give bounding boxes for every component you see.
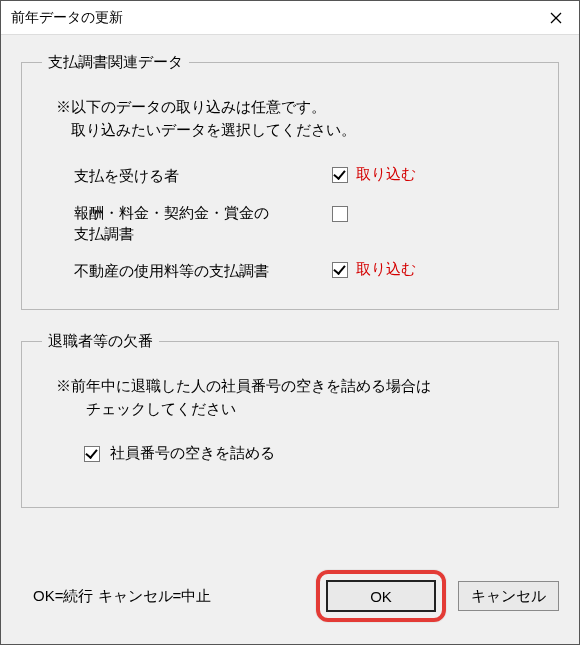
group-payment-report: 支払調書関連データ ※以下のデータの取り込みは任意です。 取り込みたいデータを選… [21, 53, 559, 310]
group-legend: 支払調書関連データ [42, 53, 189, 72]
close-button[interactable] [533, 2, 579, 34]
group1-note: ※以下のデータの取り込みは任意です。 取り込みたいデータを選択してください。 [56, 96, 538, 141]
dialog-window: 前年データの更新 支払調書関連データ ※以下のデータの取り込みは任意です。 取り… [0, 0, 580, 645]
close-icon [550, 12, 562, 24]
ok-button[interactable]: OK [326, 580, 436, 612]
option-payee: 支払を受ける者 取り込む [74, 165, 538, 186]
titlebar: 前年データの更新 [1, 1, 579, 35]
option-fillgap-label: 社員番号の空きを詰める [110, 444, 275, 463]
option-reward-label: 報酬・料金・契約金・賞金の 支払調書 [74, 202, 332, 244]
option-payee-label: 支払を受ける者 [74, 165, 332, 186]
option-reward-checkbox[interactable] [332, 206, 348, 222]
option-fillgap-checkbox[interactable] [84, 446, 100, 462]
cancel-button[interactable]: キャンセル [458, 581, 559, 611]
option-payee-checkbox[interactable] [332, 167, 348, 183]
group2-legend: 退職者等の欠番 [42, 332, 159, 351]
group-retiree-gap: 退職者等の欠番 ※前年中に退職した人の社員番号の空きを詰める場合は チェックして… [21, 332, 559, 508]
group2-note: ※前年中に退職した人の社員番号の空きを詰める場合は チェックしてください [56, 375, 538, 420]
option-realestate-checkbox[interactable] [332, 262, 348, 278]
option-reward: 報酬・料金・契約金・賞金の 支払調書 [74, 202, 538, 244]
footer-buttons: OK キャンセル [316, 570, 559, 622]
option-realestate-label: 不動産の使用料等の支払調書 [74, 260, 332, 281]
client-area: 支払調書関連データ ※以下のデータの取り込みは任意です。 取り込みたいデータを選… [1, 35, 579, 644]
option-payee-import-label: 取り込む [356, 165, 416, 184]
option-realestate: 不動産の使用料等の支払調書 取り込む [74, 260, 538, 281]
footer: OK=続行 キャンセル=中止 OK キャンセル [21, 564, 559, 630]
window-title: 前年データの更新 [11, 9, 123, 27]
footer-hint: OK=続行 キャンセル=中止 [33, 587, 211, 606]
ok-highlight: OK [316, 570, 446, 622]
option-fillgap: 社員番号の空きを詰める [84, 444, 538, 463]
option-realestate-import-label: 取り込む [356, 260, 416, 279]
